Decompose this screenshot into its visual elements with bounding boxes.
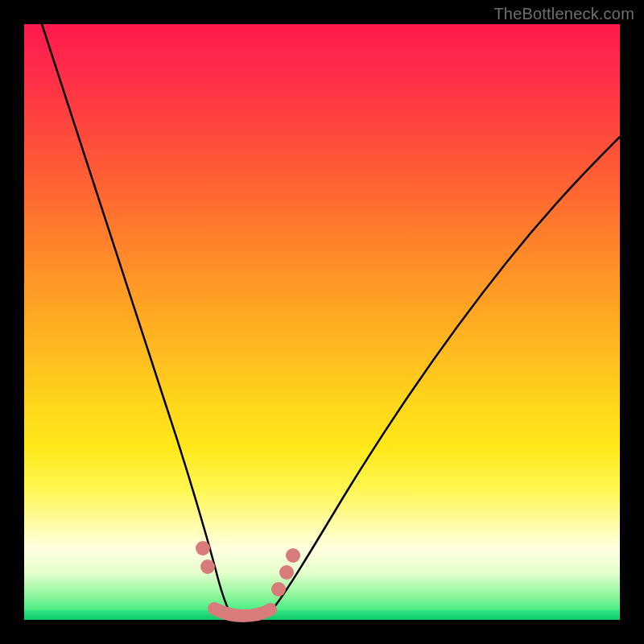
- marker-dot-left-upper: [196, 541, 210, 555]
- marker-dot-right-upper: [286, 548, 300, 563]
- curves-layer: [24, 24, 620, 620]
- left-curve: [42, 24, 230, 613]
- chart-frame: TheBottleneck.com: [0, 0, 644, 644]
- marker-dot-left-lower: [200, 559, 215, 574]
- right-curve: [267, 137, 620, 616]
- marker-dot-right-lower: [271, 582, 286, 597]
- marker-dot-right-mid: [279, 565, 294, 580]
- marker-floor: [214, 609, 270, 616]
- watermark-text: TheBottleneck.com: [493, 5, 634, 23]
